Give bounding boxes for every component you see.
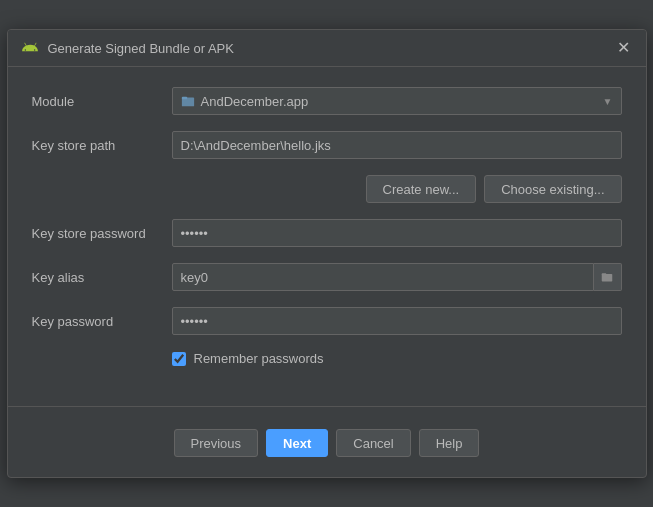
remember-passwords-checkbox[interactable] [172,352,186,366]
dialog-content: Module AndDecember.app ▼ Key store path [8,67,646,406]
title-bar-left: Generate Signed Bundle or APK [20,38,234,58]
module-label: Module [32,94,172,109]
key-password-label: Key password [32,314,172,329]
footer-separator [8,406,646,407]
keystore-action-buttons: Create new... Choose existing... [32,175,622,203]
keystore-password-input[interactable] [172,219,622,247]
choose-existing-button[interactable]: Choose existing... [484,175,621,203]
help-button[interactable]: Help [419,429,480,457]
android-icon [20,38,40,58]
keystore-path-row: Key store path [32,131,622,159]
key-alias-input-group [172,263,622,291]
keystore-password-label: Key store password [32,226,172,241]
remember-passwords-row: Remember passwords [32,351,622,366]
close-button[interactable]: ✕ [613,38,634,58]
cancel-button[interactable]: Cancel [336,429,410,457]
svg-rect-3 [602,273,607,275]
module-select[interactable]: AndDecember.app ▼ [172,87,622,115]
module-row: Module AndDecember.app ▼ [32,87,622,115]
svg-rect-1 [181,97,186,100]
module-value: AndDecember.app [201,94,309,109]
key-alias-label: Key alias [32,270,172,285]
key-password-row: Key password [32,307,622,335]
keystore-password-row: Key store password [32,219,622,247]
previous-button[interactable]: Previous [174,429,259,457]
key-alias-row: Key alias [32,263,622,291]
module-chevron-icon: ▼ [603,96,613,107]
dialog-title: Generate Signed Bundle or APK [48,41,234,56]
remember-passwords-label[interactable]: Remember passwords [194,351,324,366]
key-alias-input[interactable] [172,263,594,291]
module-folder-icon [181,94,195,108]
create-new-button[interactable]: Create new... [366,175,477,203]
keystore-path-input[interactable] [172,131,622,159]
browse-folder-icon [601,271,613,283]
module-select-inner: AndDecember.app [181,94,309,109]
keystore-path-label: Key store path [32,138,172,153]
dialog-footer: Previous Next Cancel Help [8,419,646,477]
key-alias-browse-button[interactable] [594,263,622,291]
next-button[interactable]: Next [266,429,328,457]
title-bar: Generate Signed Bundle or APK ✕ [8,30,646,67]
key-password-input[interactable] [172,307,622,335]
generate-signed-dialog: Generate Signed Bundle or APK ✕ Module A… [7,29,647,478]
